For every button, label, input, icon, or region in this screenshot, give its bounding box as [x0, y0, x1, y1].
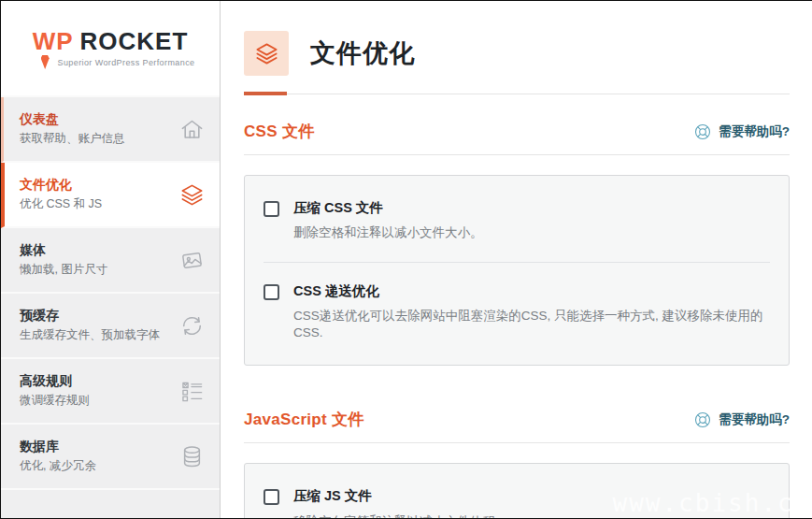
help-link-label: 需要帮助吗?: [719, 411, 790, 428]
option-minify-js: 压缩 JS 文件 移除空白字符和注释以减小文件体积。: [264, 488, 770, 518]
wp-rocket-logo: WPROCKET Superior WordPress Performance: [1, 1, 220, 95]
css-help-link[interactable]: 需要帮助吗?: [693, 123, 790, 141]
option-label[interactable]: CSS 递送优化: [293, 283, 770, 299]
divider-accent: [244, 92, 287, 95]
section-css-files: CSS 文件 需要帮助吗? 压缩 CSS 文件 删除空格和注释以减小文件大小: [244, 121, 790, 366]
sidebar-item-preload[interactable]: 预缓存 生成缓存文件、预加载字体: [1, 294, 220, 359]
option-label[interactable]: 压缩 CSS 文件: [293, 200, 483, 216]
sidebar-item-subtitle: 生成缓存文件、预加载字体: [20, 328, 160, 342]
page-title-divider: [244, 92, 790, 94]
js-help-link[interactable]: 需要帮助吗?: [693, 411, 790, 429]
option-label[interactable]: 压缩 JS 文件: [293, 488, 508, 504]
sidebar-item-title: 文件优化: [20, 178, 102, 191]
sidebar-item-subtitle: 优化, 减少冗余: [20, 459, 96, 473]
option-css-delivery: CSS 递送优化 CSS递送优化可以去除网站中阻塞渲染的CSS, 只能选择一种方…: [264, 283, 770, 340]
section-javascript-files: JavaScript 文件 需要帮助吗? 压缩 JS 文件 移除空白字符和注: [244, 409, 790, 518]
option-description: CSS递送优化可以去除网站中阻塞渲染的CSS, 只能选择一种方式, 建议移除未使…: [293, 308, 770, 340]
sidebar-item-advanced-rules[interactable]: 高级规则 微调缓存规则: [1, 359, 220, 425]
sidebar-item-media[interactable]: 媒体 懒加载, 图片尺寸: [1, 228, 220, 294]
sidebar-item-subtitle: 优化 CSS 和 JS: [20, 197, 102, 211]
sidebar-item-subtitle: 获取帮助、账户信息: [20, 132, 125, 146]
css-delivery-checkbox[interactable]: [264, 284, 279, 300]
sidebar-item-title: 预缓存: [20, 309, 160, 322]
sidebar-item-database[interactable]: 数据库 优化, 减少冗余: [1, 425, 220, 490]
option-divider: [264, 262, 770, 263]
logo-wp-rocket-icon: WP: [33, 27, 74, 55]
sidebar-item-dashboard[interactable]: 仪表盘 获取帮助、账户信息: [1, 97, 220, 163]
sidebar-item-title: 媒体: [20, 243, 107, 256]
logo-text: WPROCKET: [33, 29, 189, 53]
database-icon: [179, 444, 205, 469]
sidebar-item-title: 数据库: [20, 440, 96, 453]
home-icon: [179, 117, 205, 142]
section-divider: [244, 154, 790, 155]
js-section-title: JavaScript 文件: [244, 409, 364, 430]
minify-css-checkbox[interactable]: [264, 201, 279, 217]
sidebar-item-subtitle: 微调缓存规则: [20, 394, 90, 408]
option-description: 移除空白字符和注释以减小文件体积。: [293, 513, 508, 518]
logo-tagline: Superior WordPress Performance: [26, 58, 195, 67]
page-header: 文件优化: [244, 31, 790, 76]
js-options-panel: 压缩 JS 文件 移除空白字符和注释以减小文件体积。: [244, 463, 790, 518]
help-link-label: 需要帮助吗?: [719, 123, 790, 140]
lifebuoy-icon: [693, 123, 712, 141]
sidebar-item-subtitle: 懒加载, 图片尺寸: [20, 263, 107, 277]
sidebar-item-title: 高级规则: [20, 374, 90, 387]
css-section-title: CSS 文件: [244, 121, 314, 142]
main-content: 文件优化 CSS 文件 需要帮助吗? 压缩 CS: [221, 1, 812, 518]
option-minify-css: 压缩 CSS 文件 删除空格和注释以减小文件大小。: [264, 200, 770, 241]
sidebar-item-title: 仪表盘: [20, 112, 125, 125]
option-description: 删除空格和注释以减小文件大小。: [293, 224, 483, 241]
sidebar-item-file-optimization[interactable]: 文件优化 优化 CSS 和 JS: [1, 163, 220, 228]
section-divider: [244, 442, 790, 443]
media-icon: [179, 248, 205, 273]
css-options-panel: 压缩 CSS 文件 删除空格和注释以减小文件大小。 CSS 递送优化 CSS递送…: [244, 175, 790, 366]
sidebar: WPROCKET Superior WordPress Performance …: [1, 1, 221, 518]
sidebar-nav: 仪表盘 获取帮助、账户信息 文件优化 优化 CSS 和 JS 媒: [1, 95, 220, 490]
preload-sync-icon: [179, 313, 205, 339]
layers-icon: [179, 182, 205, 208]
page-title: 文件优化: [310, 36, 415, 70]
checklist-icon: [179, 379, 205, 404]
file-optimization-layers-icon: [244, 31, 289, 76]
lifebuoy-icon: [693, 411, 712, 429]
minify-js-checkbox[interactable]: [264, 489, 279, 505]
